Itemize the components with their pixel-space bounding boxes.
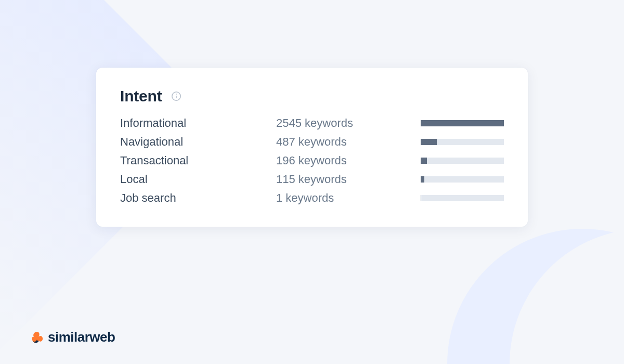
intent-count: 1 keywords bbox=[276, 191, 405, 205]
intent-count: 196 keywords bbox=[276, 154, 405, 167]
intent-rows: Informational2545 keywordsNavigational48… bbox=[120, 116, 504, 205]
brand-logo: similarweb bbox=[30, 329, 115, 345]
intent-row: Transactional196 keywords bbox=[120, 154, 504, 167]
intent-bar-fill bbox=[421, 139, 437, 145]
intent-count: 2545 keywords bbox=[276, 116, 405, 130]
intent-row: Navigational487 keywords bbox=[120, 135, 504, 149]
brand-logo-icon bbox=[30, 331, 44, 344]
intent-bar bbox=[421, 195, 504, 201]
intent-count: 115 keywords bbox=[276, 173, 405, 186]
intent-row: Informational2545 keywords bbox=[120, 116, 504, 130]
info-icon[interactable] bbox=[171, 91, 181, 101]
svg-point-2 bbox=[176, 94, 177, 95]
intent-row: Local115 keywords bbox=[120, 173, 504, 186]
intent-bar-fill bbox=[421, 158, 427, 164]
intent-label: Transactional bbox=[120, 154, 261, 167]
intent-bar bbox=[421, 158, 504, 164]
intent-bar-fill bbox=[421, 195, 421, 201]
card-header: Intent bbox=[120, 87, 504, 105]
intent-label: Informational bbox=[120, 116, 261, 130]
intent-bar bbox=[421, 120, 504, 126]
intent-card: Intent Informational2545 keywordsNavigat… bbox=[96, 68, 528, 227]
intent-label: Local bbox=[120, 173, 261, 186]
intent-bar bbox=[421, 139, 504, 145]
intent-label: Navigational bbox=[120, 135, 261, 149]
intent-label: Job search bbox=[120, 191, 261, 205]
intent-count: 487 keywords bbox=[276, 135, 405, 149]
intent-bar bbox=[421, 176, 504, 183]
intent-bar-fill bbox=[421, 120, 504, 126]
intent-bar-fill bbox=[421, 176, 424, 183]
card-title: Intent bbox=[120, 87, 162, 105]
intent-row: Job search1 keywords bbox=[120, 191, 504, 205]
brand-logo-text: similarweb bbox=[48, 329, 115, 345]
